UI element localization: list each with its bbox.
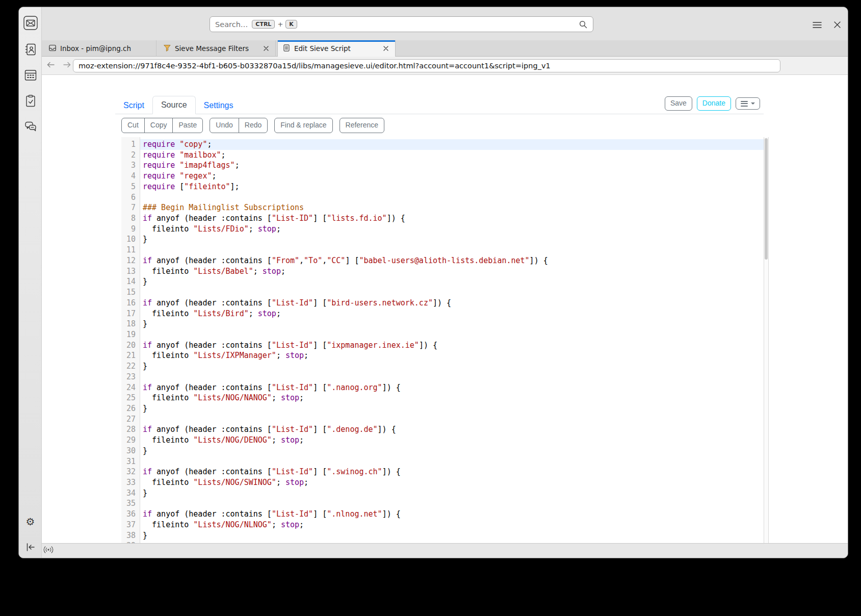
code-line[interactable]: 26} bbox=[121, 403, 764, 414]
sidebar-item-calendar[interactable] bbox=[19, 67, 42, 83]
code-text: } bbox=[140, 488, 764, 499]
back-button[interactable] bbox=[45, 61, 56, 71]
code-line[interactable]: 19 bbox=[121, 329, 764, 340]
code-line[interactable]: 36if anyof (header :contains ["List-Id"]… bbox=[121, 509, 764, 520]
shortcut-k-badge: K bbox=[285, 20, 297, 29]
sidebar-item-tasks[interactable] bbox=[19, 93, 42, 109]
code-line[interactable]: 9 fileinto "Lists/FDio"; stop; bbox=[121, 224, 764, 235]
line-number: 20 bbox=[121, 340, 140, 351]
code-line[interactable]: 37 fileinto "Lists/NOG/NLNOG"; stop; bbox=[121, 520, 764, 530]
tab-close-icon[interactable] bbox=[262, 44, 271, 53]
tab-edit-sieve-script[interactable]: Edit Sieve Script bbox=[277, 40, 396, 57]
code-line[interactable]: 14} bbox=[121, 276, 764, 287]
code-line[interactable]: 4require "regex"; bbox=[121, 171, 764, 182]
line-number: 2 bbox=[121, 150, 140, 161]
url-field[interactable]: moz-extension://971f8c4e-9352-4bf1-b605-… bbox=[73, 59, 780, 72]
code-text: require "regex"; bbox=[140, 171, 764, 182]
code-text: if anyof (header :contains ["From","To",… bbox=[140, 255, 764, 266]
sidebar-item-chat[interactable] bbox=[19, 118, 42, 135]
line-number: 33 bbox=[121, 477, 140, 488]
code-text: fileinto "Lists/NOG/NLNOG"; stop; bbox=[140, 520, 764, 530]
code-line[interactable]: 31 bbox=[121, 456, 764, 467]
sidebar-item-settings[interactable]: ⚙ bbox=[19, 514, 42, 530]
code-line[interactable]: 33 fileinto "Lists/NOG/SWINOG"; stop; bbox=[121, 477, 764, 488]
history-group: Undo Redo bbox=[210, 118, 268, 133]
save-button[interactable]: Save bbox=[665, 96, 692, 111]
code-line[interactable]: 13 fileinto "Lists/Babel"; stop; bbox=[121, 266, 764, 277]
tab-inbox[interactable]: Inbox - pim@ipng.ch bbox=[44, 40, 156, 57]
address-book-icon bbox=[23, 42, 38, 57]
editor-menu-button[interactable] bbox=[736, 97, 760, 110]
undo-button[interactable]: Undo bbox=[210, 118, 239, 133]
scrollbar-thumb[interactable] bbox=[765, 138, 768, 260]
code-line[interactable]: 38} bbox=[121, 530, 764, 541]
code-text: fileinto "Lists/NOG/NANOG"; stop; bbox=[140, 393, 764, 403]
code-text: if anyof (header :contains ["List-Id"] [… bbox=[140, 509, 764, 520]
code-line[interactable]: 10} bbox=[121, 234, 764, 245]
code-line[interactable]: 35 bbox=[121, 498, 764, 509]
code-line[interactable]: 23 bbox=[121, 372, 764, 382]
code-line[interactable]: 20if anyof (header :contains ["List-Id"]… bbox=[121, 340, 764, 351]
code-line[interactable]: 5require ["fileinto"]; bbox=[121, 182, 764, 192]
line-number: 28 bbox=[121, 424, 140, 435]
code-line[interactable]: 34} bbox=[121, 488, 764, 499]
tab-close-icon[interactable] bbox=[381, 44, 390, 53]
spaces-sidebar: ⚙ bbox=[19, 7, 42, 558]
code-editor[interactable]: 1require "copy";2require "mailbox";3requ… bbox=[121, 137, 764, 544]
code-line[interactable]: 29 fileinto "Lists/NOG/DENOG"; stop; bbox=[121, 435, 764, 446]
forward-button[interactable] bbox=[62, 61, 73, 71]
code-line[interactable]: 32if anyof (header :contains ["List-Id"]… bbox=[121, 467, 764, 477]
code-line[interactable]: 2require "mailbox"; bbox=[121, 150, 764, 161]
line-number: 6 bbox=[121, 192, 140, 203]
code-line[interactable]: 3require "imap4flags"; bbox=[121, 160, 764, 171]
mail-space-icon bbox=[23, 15, 38, 31]
line-number: 18 bbox=[121, 319, 140, 329]
code-line[interactable]: 27 bbox=[121, 414, 764, 425]
code-line[interactable]: 15 bbox=[121, 287, 764, 298]
search-input[interactable]: Search… CTRL + K bbox=[210, 16, 593, 32]
code-line[interactable]: 7### Begin Mailinglist Subscriptions bbox=[121, 202, 764, 213]
collapse-spaces-button[interactable] bbox=[19, 539, 42, 555]
tab-source[interactable]: Source bbox=[152, 96, 196, 114]
editor-scrollbar[interactable] bbox=[764, 137, 769, 544]
code-line[interactable]: 1require "copy"; bbox=[121, 139, 764, 150]
code-line[interactable]: 8if anyof (header :contains ["List-ID"] … bbox=[121, 213, 764, 224]
code-line[interactable]: 17 fileinto "Lists/Bird"; stop; bbox=[121, 309, 764, 319]
window-close-button[interactable] bbox=[831, 19, 843, 32]
redo-button[interactable]: Redo bbox=[239, 118, 268, 133]
code-line[interactable]: 22} bbox=[121, 361, 764, 372]
copy-button[interactable]: Copy bbox=[144, 118, 173, 133]
code-text: } bbox=[140, 530, 764, 541]
line-number: 7 bbox=[121, 202, 140, 213]
code-text bbox=[140, 372, 764, 382]
code-line[interactable]: 24if anyof (header :contains ["List-Id"]… bbox=[121, 382, 764, 393]
code-text: fileinto "Lists/NOG/SWINOG"; stop; bbox=[140, 477, 764, 488]
code-line[interactable]: 11 bbox=[121, 245, 764, 255]
code-text bbox=[140, 192, 764, 203]
line-number: 9 bbox=[121, 224, 140, 235]
status-bar bbox=[42, 543, 848, 558]
code-line[interactable]: 12if anyof (header :contains ["From","To… bbox=[121, 255, 764, 266]
find-replace-button[interactable]: Find & replace bbox=[274, 118, 332, 133]
code-text bbox=[140, 414, 764, 425]
code-line[interactable]: 28if anyof (header :contains ["List-Id"]… bbox=[121, 424, 764, 435]
sidebar-item-address-book[interactable] bbox=[19, 41, 42, 58]
paste-button[interactable]: Paste bbox=[172, 118, 203, 133]
tab-sieve-filters[interactable]: Sieve Message Filters bbox=[159, 40, 276, 57]
app-menu-button[interactable] bbox=[811, 19, 823, 32]
network-activity-icon bbox=[43, 546, 54, 556]
code-line[interactable]: 6 bbox=[121, 192, 764, 203]
tab-settings[interactable]: Settings bbox=[196, 97, 242, 114]
reference-button[interactable]: Reference bbox=[340, 118, 385, 133]
find-group: Find & replace bbox=[274, 118, 332, 133]
tab-script[interactable]: Script bbox=[115, 97, 152, 114]
tab-title: Edit Sieve Script bbox=[294, 44, 351, 53]
code-line[interactable]: 30} bbox=[121, 446, 764, 456]
code-line[interactable]: 16if anyof (header :contains ["List-Id"]… bbox=[121, 298, 764, 309]
sidebar-item-mail[interactable] bbox=[19, 15, 42, 31]
code-line[interactable]: 25 fileinto "Lists/NOG/NANOG"; stop; bbox=[121, 393, 764, 403]
code-line[interactable]: 18} bbox=[121, 319, 764, 329]
donate-button[interactable]: Donate bbox=[697, 96, 731, 111]
cut-button[interactable]: Cut bbox=[121, 118, 145, 133]
code-line[interactable]: 21 fileinto "Lists/IXPManager"; stop; bbox=[121, 350, 764, 361]
